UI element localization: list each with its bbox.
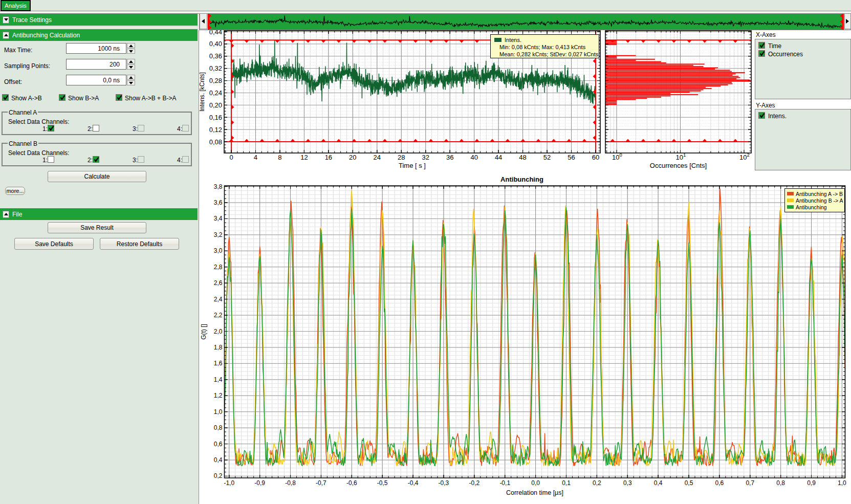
svg-text:2,2: 2,2 [214,312,223,319]
channel-b-3-checkbox[interactable] [138,156,144,163]
offset-value: 0,0 ns [103,77,120,84]
channel-a-1-checkbox[interactable] [48,125,54,132]
offset-spinner [127,75,135,85]
intens-series-swatch [494,38,501,42]
svg-text:Antibunching: Antibunching [500,176,543,183]
svg-text:0,32: 0,32 [209,64,222,72]
intens-series-name: Intens. [505,37,521,43]
show-both-checkbox[interactable] [116,94,122,101]
svg-text:0,6: 0,6 [214,441,223,448]
tab-analysis[interactable]: Analysis [1,0,31,11]
svg-text:20: 20 [349,154,356,161]
x-axes-title: X-Axes [756,31,776,38]
svg-text:52: 52 [543,154,551,161]
max-time-spin-up-button[interactable] [127,43,135,48]
svg-text:3,8: 3,8 [214,183,223,190]
section-header-antibunching[interactable]: Antibunching Calculation [0,29,198,41]
svg-text:2,4: 2,4 [214,296,223,303]
svg-text:0,36: 0,36 [209,52,222,60]
channel-b-1-checkbox[interactable] [48,156,54,163]
calculate-button[interactable]: Calculate [48,171,146,182]
show-b-a-checkbox[interactable] [59,94,66,101]
svg-text:0,4: 0,4 [654,479,663,487]
svg-text:2,0: 2,0 [214,328,223,335]
svg-text:-0,6: -0,6 [346,479,357,487]
channel-b-3-label: 3: [133,157,138,164]
channel-b-1-label: 1: [42,157,48,164]
antibunching-title: Antibunching Calculation [12,32,80,39]
x-axis-time-checkbox[interactable] [758,42,765,49]
max-time-input[interactable]: 1000 ns [66,43,126,54]
channel-a-title: Channel A [8,109,38,116]
channel-a-2-checkbox[interactable] [93,125,99,132]
channel-a-4-checkbox[interactable] [182,125,189,132]
svg-text:56: 56 [568,154,575,161]
offset-spin-down-button[interactable] [127,80,135,85]
save-defaults-button[interactable]: Save Defaults [14,238,94,250]
channel-a-4-label: 4: [177,125,182,133]
channel-a-3-label: 3: [133,125,138,133]
svg-text:0,6: 0,6 [715,479,724,487]
chart-area: 048121620242832364044485256600,080,120,1… [199,14,851,504]
offset-spin-up-button[interactable] [127,75,135,80]
svg-text:-0,3: -0,3 [439,479,449,487]
show-a-b-checkbox[interactable] [2,94,9,101]
channel-b-select-label: Select Data Channels: [8,149,69,157]
svg-text:1,0: 1,0 [214,408,223,415]
collapse-antibunching-icon[interactable] [3,32,9,39]
sampling-points-input[interactable]: 200 [66,59,126,70]
svg-text:0,8: 0,8 [214,424,223,431]
section-header-trace-settings[interactable]: Trace Settings [0,14,198,26]
section-divider [0,26,198,27]
y-axis-intens-checkbox[interactable] [758,112,765,119]
svg-text:-0,8: -0,8 [285,479,296,487]
trace-settings-title: Trace Settings [12,16,52,24]
max-time-spin-down-button[interactable] [127,49,135,54]
svg-text:12: 12 [300,154,308,161]
offset-input[interactable]: 0,0 ns [66,75,126,85]
channel-a-group: Channel A Select Data Channels: 1: 2: 3:… [2,112,192,135]
x-axis-time-label: Time [768,42,781,50]
svg-text:-0,4: -0,4 [408,479,419,487]
application-window: Analysis Trace Settings Antibunching Cal… [0,0,851,504]
svg-text:44: 44 [495,154,502,161]
intens-meanstdev: Mean: 0,282 kCnts; StDev: 0,027 kCnts [499,51,599,58]
svg-text:-0,2: -0,2 [469,479,479,487]
svg-text:0: 0 [229,154,233,161]
save-result-button[interactable]: Save Result [48,222,146,233]
collapse-file-icon[interactable] [3,211,9,218]
max-time-spinner [127,43,135,54]
channel-b-4-checkbox[interactable] [182,156,189,163]
channel-a-3-checkbox[interactable] [138,125,144,132]
channel-b-group: Channel B Select Data Channels: 1: 2: 3:… [2,143,192,166]
svg-text:100: 100 [612,152,622,161]
collapse-trace-settings-icon[interactable] [3,16,9,24]
section-header-file[interactable]: File [0,208,198,220]
legend-swatch-a-b [787,192,794,195]
svg-text:-0,1: -0,1 [499,479,510,487]
restore-defaults-button[interactable]: Restore Defaults [100,238,179,250]
svg-text:16: 16 [325,154,332,161]
max-time-value: 1000 ns [98,45,120,52]
y-axes-box: Intens. [755,109,851,170]
sampling-spin-up-button[interactable] [127,59,135,64]
more-button[interactable]: more... [5,187,25,195]
channel-a-select-label: Select Data Channels: [8,118,69,125]
show-both-label: Show A->B + B->A [125,95,176,102]
legend-label-a-b: Antibunching A -> B [796,191,843,197]
svg-text:24: 24 [374,154,381,161]
intensity-stats-tooltip: Intens. Min: 0,08 kCnts; Max: 0,413 kCnt… [490,34,599,58]
sampling-spin-down-button[interactable] [127,64,135,70]
svg-text:0,1: 0,1 [562,479,571,487]
file-title: File [12,211,22,218]
svg-text:0,7: 0,7 [746,479,754,487]
svg-text:-0,9: -0,9 [254,479,265,487]
legend-label-sum: Antibunching [796,204,827,210]
scroll-right-button[interactable] [844,13,851,29]
svg-text:-0,5: -0,5 [377,479,388,487]
max-time-label: Max Time: [4,47,32,54]
channel-b-2-checkbox[interactable] [93,156,99,163]
legend-label-b-a: Antibunching B -> A [796,198,843,204]
x-axis-occurrences-checkbox[interactable] [758,50,765,57]
channel-b-title: Channel B [8,140,38,147]
